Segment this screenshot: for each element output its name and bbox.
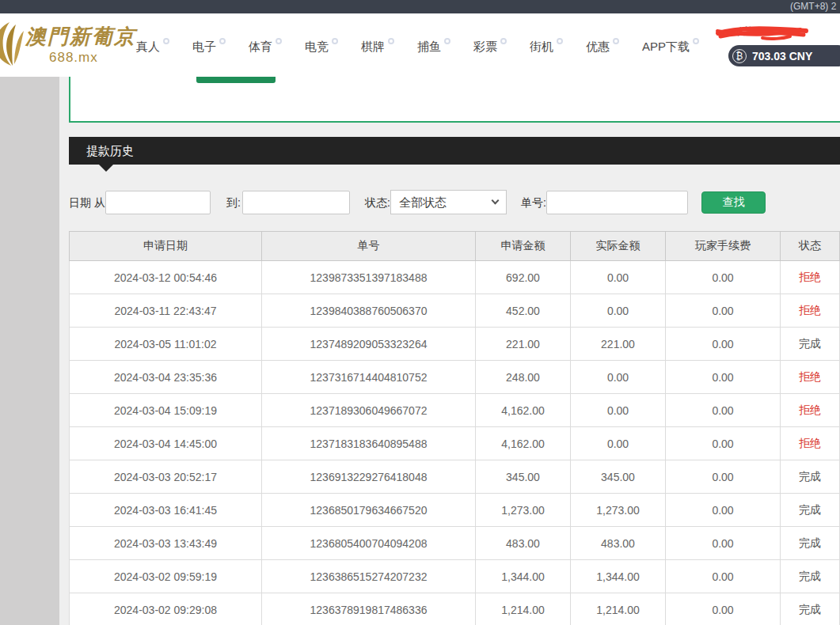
cell-fee: 0.00 [666,593,781,625]
cell-status: 完成 [781,560,840,593]
panel-arrow-icon [99,165,113,172]
cell-status: 拒绝 [781,361,840,394]
cell-date: 2024-03-02 09:59:19 [70,560,262,593]
cell-date: 2024-03-03 16:41:45 [70,494,262,527]
nav-item[interactable]: 街机 [530,40,563,55]
nav-item[interactable]: 体育 [249,40,282,55]
nav-badge-icon [500,38,507,44]
topbar: (GMT+8) 2 [0,0,840,13]
cell-order: 1237189306049667072 [262,394,476,427]
cell-status: 拒绝 [781,294,840,328]
nav-item[interactable]: 电子 [192,40,226,55]
cell-fee: 0.00 [666,261,781,294]
bitcoin-icon: ₿ [732,49,747,63]
cell-status: 完成 [781,328,840,361]
nav-badge-icon [388,38,394,44]
status-select-value: 全部状态 [399,195,447,209]
date-to-input[interactable] [242,191,350,214]
nav-item-label: 街机 [530,40,553,55]
nav-badge-icon [557,38,563,44]
table-row: 2024-03-11 22:43:47123984038876050637045… [70,294,840,328]
cell-applied: 1,344.00 [476,560,571,593]
balance-amount: 703.03 CNY [752,50,812,62]
cell-actual: 0.00 [571,427,666,460]
cell-actual: 1,344.00 [571,560,666,593]
logo-title[interactable]: 澳門新葡京 [25,23,136,51]
cell-order: 1237489209053323264 [262,328,476,361]
nav-badge-icon [444,38,450,44]
cell-order: 1237316714404810752 [262,361,476,394]
cell-applied: 483.00 [476,527,571,560]
cell-actual: 345.00 [571,460,666,494]
main-nav: 真人电子体育电竞棋牌捕鱼彩票街机优惠APP下载 [136,40,699,55]
nav-item-label: 体育 [249,40,272,55]
nav-item[interactable]: 彩票 [473,40,507,55]
nav-item[interactable]: 真人 [136,40,169,55]
nav-item-label: 真人 [136,40,160,55]
cell-applied: 1,273.00 [476,494,571,527]
cell-fee: 0.00 [666,361,781,394]
nav-item[interactable]: 电竞 [305,40,338,55]
cell-applied: 4,162.00 [476,394,571,427]
date-from-label: 日期 从: [69,196,108,210]
cell-applied: 452.00 [476,294,571,328]
balance-pill[interactable]: ₿ 703.03 CNY [728,45,840,66]
cell-date: 2024-03-03 20:52:17 [70,460,262,494]
cell-applied: 248.00 [476,361,571,394]
cell-status: 完成 [781,494,840,527]
cell-order: 1239840388760506370 [262,294,476,328]
nav-badge-icon [332,38,338,44]
table-row: 2024-03-04 14:45:0012371831836408954884,… [70,427,840,460]
table-header-row: 申请日期 单号 申请金额 实际金额 玩家手续费 状态 [70,232,840,261]
cell-order: 1237183183640895488 [262,427,476,460]
nav-badge-icon [613,38,619,44]
column-header-actual: 实际金额 [571,232,666,261]
table-row: 2024-03-04 23:35:36123731671440481075224… [70,361,840,394]
redaction-scribble [715,22,810,43]
panel-title-bar: 提款历史 [69,137,840,165]
nav-badge-icon [219,38,226,44]
column-header-fee: 玩家手续费 [666,232,781,261]
cell-applied: 4,162.00 [476,427,571,460]
nav-item-label: APP下载 [642,40,690,55]
column-header-date: 申请日期 [70,232,262,261]
cell-order: 1236386515274207232 [262,560,476,593]
table-row: 2024-03-04 15:09:1912371893060496670724,… [70,394,840,427]
cell-actual: 0.00 [571,394,666,427]
table-row: 2024-03-03 13:43:49123680540070409420848… [70,527,840,560]
nav-item[interactable]: APP下载 [642,40,699,55]
history-table-body: 2024-03-12 00:54:46123987335139718348869… [70,261,840,625]
cell-actual: 0.00 [571,294,666,328]
status-label: 状态: [365,196,390,210]
search-button[interactable]: 查找 [701,191,766,214]
nav-item-label: 电子 [192,40,216,55]
cell-date: 2024-03-11 22:43:47 [70,294,262,328]
nav-item[interactable]: 捕鱼 [417,40,450,55]
order-input[interactable] [546,191,688,214]
nav-badge-icon [276,38,282,44]
nav-item[interactable]: 优惠 [586,40,619,55]
logo-domain[interactable]: 688.mx [49,50,98,66]
nav-item-label: 棋牌 [361,40,385,55]
cell-order: 1239873351397183488 [262,261,476,294]
table-row: 2024-03-03 16:41:4512368501796346675201,… [70,494,840,527]
cell-status: 拒绝 [781,394,840,427]
cell-status: 完成 [781,527,840,560]
cell-fee: 0.00 [666,394,781,427]
cell-actual: 0.00 [571,361,666,394]
cell-order: 1236850179634667520 [262,494,476,527]
cell-date: 2024-03-04 15:09:19 [70,394,262,427]
order-label: 单号: [521,196,546,210]
cell-fee: 0.00 [666,294,781,328]
cell-status: 完成 [781,460,840,494]
nav-item[interactable]: 棋牌 [361,40,394,55]
site-header: 澳門新葡京 688.mx 真人电子体育电竞棋牌捕鱼彩票街机优惠APP下载 欢迎!… [0,13,840,77]
cell-actual: 1,214.00 [571,593,666,625]
nav-item-label: 电竞 [305,40,329,55]
nav-badge-icon [163,38,169,44]
status-select[interactable]: 全部状态 [390,190,507,214]
cell-fee: 0.00 [666,328,781,361]
column-header-status: 状态 [781,232,840,261]
date-from-input[interactable] [105,191,211,214]
page: (GMT+8) 2 澳門新葡京 688.mx 真人电子体育电竞棋牌捕鱼彩票街机优… [0,0,840,625]
